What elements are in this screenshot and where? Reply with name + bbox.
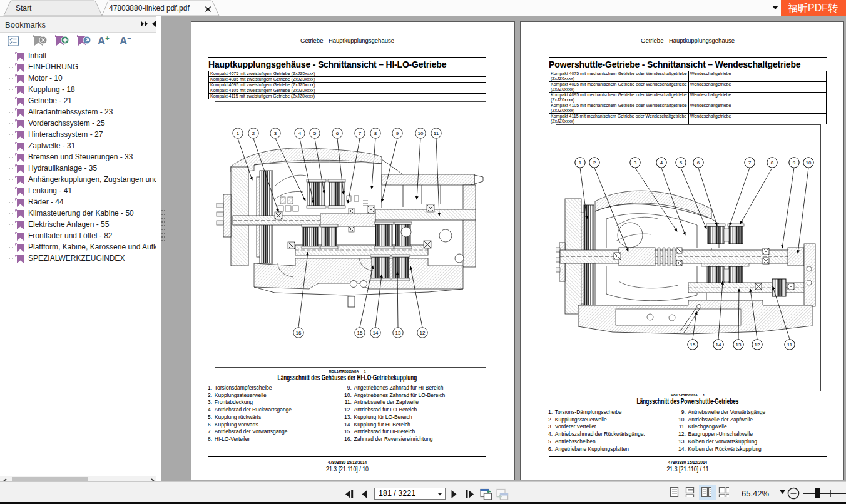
svg-text:2: 2 [252,131,255,136]
svg-text:5: 5 [313,131,317,136]
svg-text:11: 11 [434,131,439,136]
svg-text:10: 10 [418,131,424,136]
svg-text:9: 9 [396,131,399,136]
svg-text:5: 5 [680,160,683,166]
svg-text:10: 10 [806,160,812,166]
svg-text:12: 12 [420,330,426,336]
svg-text:1: 1 [579,160,582,166]
svg-text:11: 11 [787,342,793,348]
svg-text:7: 7 [359,131,362,136]
svg-text:6: 6 [697,160,700,166]
svg-text:12: 12 [755,342,760,348]
svg-text:3: 3 [274,131,277,136]
svg-text:16: 16 [296,330,302,336]
svg-text:13: 13 [736,342,742,348]
svg-text:4: 4 [298,131,302,136]
svg-text:7: 7 [748,160,752,166]
svg-text:8: 8 [374,131,377,136]
svg-text:3: 3 [634,160,637,166]
svg-text:1: 1 [237,131,240,136]
svg-text:15: 15 [690,342,696,348]
svg-text:4: 4 [660,160,663,166]
svg-text:6: 6 [336,131,339,136]
svg-text:9: 9 [793,160,796,166]
svg-text:8: 8 [771,160,774,166]
svg-text:15: 15 [357,330,363,336]
svg-text:2: 2 [593,160,596,166]
svg-text:13: 13 [395,330,401,336]
svg-text:14: 14 [373,330,379,336]
svg-text:14: 14 [716,342,721,348]
